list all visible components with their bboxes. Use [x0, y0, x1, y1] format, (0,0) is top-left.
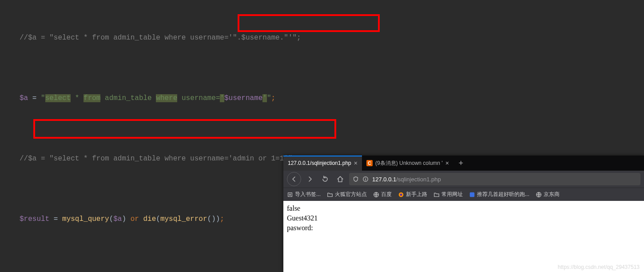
bookmark-label: 火狐官方站点: [335, 191, 367, 198]
code-op: =: [28, 94, 41, 102]
page-line: pasword:: [287, 223, 640, 233]
url-path: /sqlinjection1.php: [396, 176, 441, 183]
code-kw: or: [131, 215, 139, 223]
reload-button[interactable]: [319, 173, 331, 185]
code-var: $result: [20, 215, 49, 223]
bookmark-label: 导入书签...: [295, 191, 321, 198]
code-str: *: [71, 94, 83, 102]
close-icon[interactable]: ×: [445, 160, 449, 167]
code-semi: ;: [271, 94, 276, 102]
svg-rect-4: [470, 192, 475, 197]
shield-icon: [353, 176, 359, 182]
nav-bar: 127.0.0.1/sqlinjection1.php: [283, 171, 644, 188]
url-bar[interactable]: 127.0.0.1/sqlinjection1.php: [349, 173, 640, 185]
code-paren: (: [109, 215, 114, 223]
bookmark-label: 百度: [381, 191, 392, 198]
globe-icon: [373, 192, 379, 198]
bookmark-item[interactable]: 百度: [373, 191, 392, 198]
url-host: 127.0.0.1: [372, 176, 396, 183]
code-paren: (: [156, 215, 160, 223]
url-text: 127.0.0.1/sqlinjection1.php: [372, 176, 441, 183]
bookmark-item[interactable]: 京东商: [536, 191, 560, 198]
code-str: [100, 94, 105, 102]
tab-other[interactable]: C (9条消息) Unknown column ' ×: [362, 156, 453, 171]
code-semi: ;: [220, 215, 224, 223]
bookmark-item[interactable]: 推荐几首超好听的跑...: [469, 191, 529, 198]
bookmark-label: 新手上路: [406, 191, 427, 198]
bookmark-import[interactable]: 导入书签...: [287, 191, 321, 198]
code-paren: ): [122, 215, 130, 223]
code-comment: //$a = "select * from admin_table where …: [20, 155, 293, 163]
code-paren: ): [216, 215, 220, 223]
bookmark-item[interactable]: 常用网址: [433, 191, 463, 198]
info-icon: [362, 176, 369, 182]
code-str: [177, 94, 182, 102]
tab-bar: 127.0.0.1/sqlinjection1.php × C (9条消息) U…: [283, 156, 644, 171]
code-comment: //$a = "select * from admin_table where …: [20, 34, 301, 42]
page-line: false: [287, 204, 640, 213]
code-line: $a = "select * from admin_table where us…: [20, 91, 644, 106]
code-var: $a: [113, 215, 122, 223]
page-content: false Guest4321 pasword:: [283, 201, 644, 236]
folder-icon: [327, 192, 333, 198]
code-line: //$a = "select * from admin_table where …: [20, 30, 644, 45]
bookmark-item[interactable]: 火狐官方站点: [327, 191, 367, 198]
home-icon: [337, 176, 344, 183]
new-tab-button[interactable]: +: [453, 156, 469, 171]
code-str: ': [262, 94, 267, 102]
code-func: mysql_error: [160, 215, 207, 223]
svg-point-3: [400, 193, 402, 196]
tab-favicon-icon: C: [366, 160, 373, 166]
code-var: $username: [224, 94, 262, 102]
code-sql-kw: where: [156, 94, 177, 102]
close-icon[interactable]: ×: [354, 160, 358, 167]
bookmark-label: 京东商: [544, 191, 560, 198]
tab-active[interactable]: 127.0.0.1/sqlinjection1.php ×: [283, 156, 362, 171]
bookmark-item[interactable]: 新手上路: [398, 191, 427, 198]
home-button[interactable]: [334, 173, 346, 185]
code-func: die: [143, 215, 156, 223]
globe-icon: [536, 192, 542, 198]
code-func: mysql_query: [62, 215, 109, 223]
tab-label: 127.0.0.1/sqlinjection1.php: [288, 160, 351, 166]
code-str: [152, 94, 156, 102]
page-line: Guest4321: [287, 213, 640, 223]
code-str: username=: [182, 94, 220, 102]
reload-icon: [322, 176, 329, 183]
music-icon: [469, 192, 475, 198]
browser-window: 127.0.0.1/sqlinjection1.php × C (9条消息) U…: [283, 156, 644, 272]
code-str: ": [267, 94, 271, 102]
bookmarks-bar: 导入书签... 火狐官方站点 百度 新手上路 常用网址 推荐几首超好听的跑...…: [283, 188, 644, 201]
back-button[interactable]: [287, 172, 301, 186]
code-sql-kw: select: [45, 94, 71, 102]
code-str: ': [220, 94, 224, 102]
code-op: =: [49, 215, 62, 223]
bookmark-label: 常用网址: [441, 191, 463, 198]
arrow-left-icon: [290, 176, 298, 183]
firefox-icon: [398, 192, 404, 198]
forward-button[interactable]: [304, 173, 316, 185]
code-sql-kw: from: [83, 94, 100, 102]
code-str: ": [41, 94, 45, 102]
code-str: admin_table: [105, 94, 152, 102]
code-paren: (): [207, 215, 216, 223]
bookmark-label: 推荐几首超好听的跑...: [477, 191, 529, 198]
arrow-right-icon: [306, 176, 314, 183]
code-var: $a: [20, 94, 28, 102]
tab-label: (9条消息) Unknown column ': [375, 160, 443, 167]
watermark: https://blog.csdn.net/qq_29437513: [558, 264, 640, 270]
import-icon: [287, 192, 293, 198]
folder-icon: [433, 192, 440, 198]
